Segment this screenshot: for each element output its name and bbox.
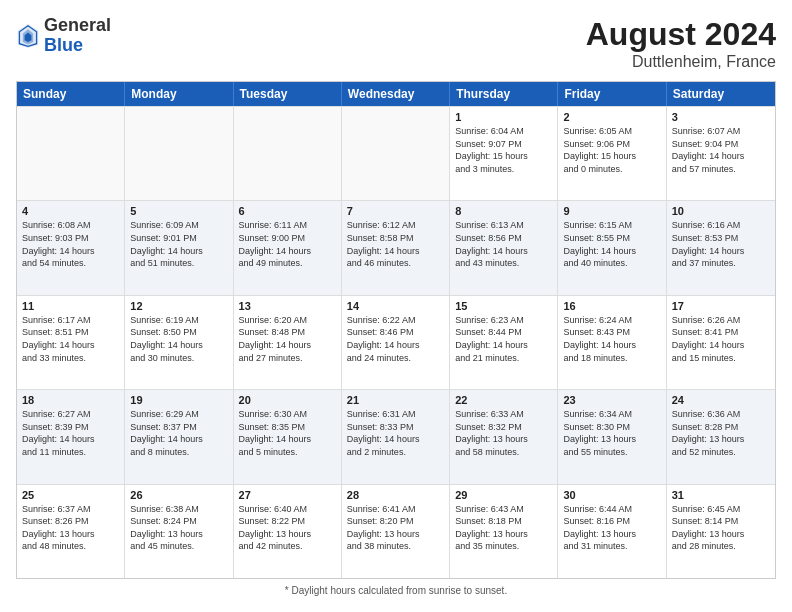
- calendar-cell-day-2: 2Sunrise: 6:05 AMSunset: 9:06 PMDaylight…: [558, 107, 666, 200]
- calendar-cell-day-12: 12Sunrise: 6:19 AMSunset: 8:50 PMDayligh…: [125, 296, 233, 389]
- day-number: 5: [130, 205, 227, 217]
- day-info: Sunrise: 6:36 AMSunset: 8:28 PMDaylight:…: [672, 408, 770, 458]
- calendar-week-1: 1Sunrise: 6:04 AMSunset: 9:07 PMDaylight…: [17, 106, 775, 200]
- day-number: 14: [347, 300, 444, 312]
- day-info: Sunrise: 6:23 AMSunset: 8:44 PMDaylight:…: [455, 314, 552, 364]
- calendar-cell-empty-0-0: [17, 107, 125, 200]
- calendar-cell-day-25: 25Sunrise: 6:37 AMSunset: 8:26 PMDayligh…: [17, 485, 125, 578]
- calendar-cell-day-13: 13Sunrise: 6:20 AMSunset: 8:48 PMDayligh…: [234, 296, 342, 389]
- logo-text: General Blue: [44, 16, 111, 56]
- day-number: 15: [455, 300, 552, 312]
- day-info: Sunrise: 6:37 AMSunset: 8:26 PMDaylight:…: [22, 503, 119, 553]
- day-info: Sunrise: 6:43 AMSunset: 8:18 PMDaylight:…: [455, 503, 552, 553]
- calendar-header-row: SundayMondayTuesdayWednesdayThursdayFrid…: [17, 82, 775, 106]
- header-day-monday: Monday: [125, 82, 233, 106]
- day-info: Sunrise: 6:19 AMSunset: 8:50 PMDaylight:…: [130, 314, 227, 364]
- calendar-week-3: 11Sunrise: 6:17 AMSunset: 8:51 PMDayligh…: [17, 295, 775, 389]
- calendar-cell-day-7: 7Sunrise: 6:12 AMSunset: 8:58 PMDaylight…: [342, 201, 450, 294]
- calendar-cell-day-29: 29Sunrise: 6:43 AMSunset: 8:18 PMDayligh…: [450, 485, 558, 578]
- header-day-tuesday: Tuesday: [234, 82, 342, 106]
- day-number: 12: [130, 300, 227, 312]
- calendar-page: General Blue August 2024 Duttlenheim, Fr…: [0, 0, 792, 612]
- day-info: Sunrise: 6:45 AMSunset: 8:14 PMDaylight:…: [672, 503, 770, 553]
- day-number: 23: [563, 394, 660, 406]
- calendar-cell-day-17: 17Sunrise: 6:26 AMSunset: 8:41 PMDayligh…: [667, 296, 775, 389]
- calendar-cell-day-3: 3Sunrise: 6:07 AMSunset: 9:04 PMDaylight…: [667, 107, 775, 200]
- calendar-cell-day-28: 28Sunrise: 6:41 AMSunset: 8:20 PMDayligh…: [342, 485, 450, 578]
- calendar-cell-day-5: 5Sunrise: 6:09 AMSunset: 9:01 PMDaylight…: [125, 201, 233, 294]
- day-info: Sunrise: 6:29 AMSunset: 8:37 PMDaylight:…: [130, 408, 227, 458]
- day-info: Sunrise: 6:09 AMSunset: 9:01 PMDaylight:…: [130, 219, 227, 269]
- day-number: 30: [563, 489, 660, 501]
- day-info: Sunrise: 6:05 AMSunset: 9:06 PMDaylight:…: [563, 125, 660, 175]
- calendar-cell-day-26: 26Sunrise: 6:38 AMSunset: 8:24 PMDayligh…: [125, 485, 233, 578]
- day-number: 18: [22, 394, 119, 406]
- calendar-cell-day-31: 31Sunrise: 6:45 AMSunset: 8:14 PMDayligh…: [667, 485, 775, 578]
- calendar-cell-day-9: 9Sunrise: 6:15 AMSunset: 8:55 PMDaylight…: [558, 201, 666, 294]
- header-day-saturday: Saturday: [667, 82, 775, 106]
- header-day-sunday: Sunday: [17, 82, 125, 106]
- logo-blue-text: Blue: [44, 35, 83, 55]
- day-info: Sunrise: 6:08 AMSunset: 9:03 PMDaylight:…: [22, 219, 119, 269]
- day-info: Sunrise: 6:27 AMSunset: 8:39 PMDaylight:…: [22, 408, 119, 458]
- calendar-cell-day-4: 4Sunrise: 6:08 AMSunset: 9:03 PMDaylight…: [17, 201, 125, 294]
- calendar-cell-day-30: 30Sunrise: 6:44 AMSunset: 8:16 PMDayligh…: [558, 485, 666, 578]
- calendar-cell-day-23: 23Sunrise: 6:34 AMSunset: 8:30 PMDayligh…: [558, 390, 666, 483]
- title-block: August 2024 Duttlenheim, France: [586, 16, 776, 71]
- day-number: 16: [563, 300, 660, 312]
- calendar-cell-day-6: 6Sunrise: 6:11 AMSunset: 9:00 PMDaylight…: [234, 201, 342, 294]
- calendar-cell-day-27: 27Sunrise: 6:40 AMSunset: 8:22 PMDayligh…: [234, 485, 342, 578]
- day-number: 1: [455, 111, 552, 123]
- day-info: Sunrise: 6:15 AMSunset: 8:55 PMDaylight:…: [563, 219, 660, 269]
- day-info: Sunrise: 6:17 AMSunset: 8:51 PMDaylight:…: [22, 314, 119, 364]
- day-number: 4: [22, 205, 119, 217]
- calendar-cell-day-16: 16Sunrise: 6:24 AMSunset: 8:43 PMDayligh…: [558, 296, 666, 389]
- day-info: Sunrise: 6:33 AMSunset: 8:32 PMDaylight:…: [455, 408, 552, 458]
- day-number: 11: [22, 300, 119, 312]
- day-info: Sunrise: 6:22 AMSunset: 8:46 PMDaylight:…: [347, 314, 444, 364]
- day-number: 13: [239, 300, 336, 312]
- day-number: 17: [672, 300, 770, 312]
- day-number: 29: [455, 489, 552, 501]
- day-number: 21: [347, 394, 444, 406]
- day-number: 31: [672, 489, 770, 501]
- day-number: 7: [347, 205, 444, 217]
- day-number: 20: [239, 394, 336, 406]
- day-info: Sunrise: 6:13 AMSunset: 8:56 PMDaylight:…: [455, 219, 552, 269]
- day-number: 27: [239, 489, 336, 501]
- calendar-body: 1Sunrise: 6:04 AMSunset: 9:07 PMDaylight…: [17, 106, 775, 578]
- calendar-cell-day-1: 1Sunrise: 6:04 AMSunset: 9:07 PMDaylight…: [450, 107, 558, 200]
- day-info: Sunrise: 6:16 AMSunset: 8:53 PMDaylight:…: [672, 219, 770, 269]
- logo-general-text: General: [44, 15, 111, 35]
- calendar-cell-day-24: 24Sunrise: 6:36 AMSunset: 8:28 PMDayligh…: [667, 390, 775, 483]
- calendar-cell-day-15: 15Sunrise: 6:23 AMSunset: 8:44 PMDayligh…: [450, 296, 558, 389]
- calendar-week-4: 18Sunrise: 6:27 AMSunset: 8:39 PMDayligh…: [17, 389, 775, 483]
- calendar-cell-day-14: 14Sunrise: 6:22 AMSunset: 8:46 PMDayligh…: [342, 296, 450, 389]
- day-info: Sunrise: 6:44 AMSunset: 8:16 PMDaylight:…: [563, 503, 660, 553]
- day-number: 9: [563, 205, 660, 217]
- calendar-cell-day-21: 21Sunrise: 6:31 AMSunset: 8:33 PMDayligh…: [342, 390, 450, 483]
- day-info: Sunrise: 6:30 AMSunset: 8:35 PMDaylight:…: [239, 408, 336, 458]
- calendar-cell-empty-0-3: [342, 107, 450, 200]
- calendar-cell-day-8: 8Sunrise: 6:13 AMSunset: 8:56 PMDaylight…: [450, 201, 558, 294]
- day-info: Sunrise: 6:11 AMSunset: 9:00 PMDaylight:…: [239, 219, 336, 269]
- footer-note: * Daylight hours calculated from sunrise…: [16, 585, 776, 596]
- month-title: August 2024: [586, 16, 776, 53]
- calendar-week-2: 4Sunrise: 6:08 AMSunset: 9:03 PMDaylight…: [17, 200, 775, 294]
- calendar-cell-day-20: 20Sunrise: 6:30 AMSunset: 8:35 PMDayligh…: [234, 390, 342, 483]
- day-number: 3: [672, 111, 770, 123]
- day-info: Sunrise: 6:04 AMSunset: 9:07 PMDaylight:…: [455, 125, 552, 175]
- day-number: 8: [455, 205, 552, 217]
- day-number: 26: [130, 489, 227, 501]
- day-number: 22: [455, 394, 552, 406]
- logo-icon: [16, 22, 40, 50]
- day-info: Sunrise: 6:34 AMSunset: 8:30 PMDaylight:…: [563, 408, 660, 458]
- day-info: Sunrise: 6:20 AMSunset: 8:48 PMDaylight:…: [239, 314, 336, 364]
- day-info: Sunrise: 6:41 AMSunset: 8:20 PMDaylight:…: [347, 503, 444, 553]
- calendar-cell-day-18: 18Sunrise: 6:27 AMSunset: 8:39 PMDayligh…: [17, 390, 125, 483]
- day-number: 24: [672, 394, 770, 406]
- day-number: 6: [239, 205, 336, 217]
- day-number: 19: [130, 394, 227, 406]
- day-info: Sunrise: 6:12 AMSunset: 8:58 PMDaylight:…: [347, 219, 444, 269]
- day-number: 28: [347, 489, 444, 501]
